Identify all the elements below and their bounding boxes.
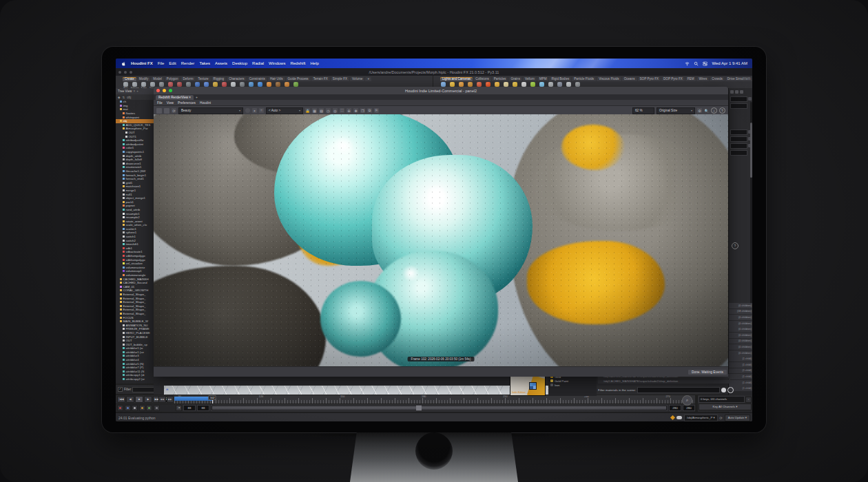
range-end-field[interactable]: 280 <box>669 405 681 411</box>
close-tab-icon[interactable]: × <box>133 90 135 93</box>
shelf-tool-icon[interactable] <box>158 82 165 87</box>
shelf-tab-mpm[interactable]: MPM <box>537 77 549 81</box>
shelf-tab-terrain-fx[interactable]: Terrain FX <box>311 77 330 81</box>
shelf-tab-dop-pyro-fx[interactable]: DOP Pyro FX <box>661 77 685 81</box>
rv-menu-view[interactable]: View <box>167 101 174 105</box>
menu-item-file[interactable]: File <box>158 61 165 65</box>
rv-menu-preferences[interactable]: Preferences <box>178 101 196 105</box>
shelf-tool-icon[interactable] <box>167 82 174 87</box>
message-log-icon[interactable] <box>676 416 682 419</box>
shelf-tab-volume[interactable]: Volume <box>350 77 364 81</box>
auto-update-select[interactable]: Auto Update ▾ <box>725 415 750 421</box>
shelf-tool-icon[interactable] <box>566 82 572 87</box>
close-snapshot-icon[interactable]: × <box>252 108 257 113</box>
pin-icon[interactable]: ◆ <box>118 96 120 99</box>
children-count-row[interactable]: (1 child) <box>729 380 752 386</box>
shelf-tool-icon[interactable] <box>476 82 482 87</box>
channel-editor-strip[interactable]: ⊞ Indie Edition <box>164 386 548 395</box>
resize-icon[interactable]: ✥ <box>353 108 358 113</box>
gear-icon[interactable]: ⚙ <box>697 108 702 113</box>
global-end-field[interactable]: 280 <box>683 405 695 411</box>
menu-item-render[interactable]: Render <box>181 61 195 65</box>
lock-icon[interactable]: 🔒 <box>305 108 310 113</box>
shelf-tool-icon[interactable] <box>494 82 500 87</box>
current-node-field[interactable]: /obj/Atmospheric_P ▾ <box>684 415 718 421</box>
menu-item-windows[interactable]: Windows <box>269 61 285 65</box>
children-count-row[interactable]: (0 children) <box>729 326 752 332</box>
apple-icon[interactable] <box>121 61 126 66</box>
shop-definition-row[interactable]: /obj/CACHED_MAINSHAPE/svquickshade2/shop… <box>598 379 730 384</box>
realtime-toggle[interactable] <box>132 405 138 411</box>
clock-icon[interactable]: ◷ <box>326 108 331 113</box>
render-pass-select[interactable]: Beauty▾ <box>178 107 243 114</box>
shelf-tool-icon[interactable] <box>230 82 236 87</box>
layers-icon[interactable]: ❐ <box>360 108 365 113</box>
stop-button[interactable]: ■ <box>135 396 143 403</box>
shelf-tab-characters[interactable]: Characters <box>227 77 246 81</box>
menu-item-takes[interactable]: Takes <box>199 61 210 65</box>
shelf-tool-icon[interactable] <box>512 82 518 87</box>
rv-menu-file[interactable]: File <box>157 101 163 105</box>
shelf-tool-icon[interactable] <box>239 82 245 87</box>
shelf-tool-icon[interactable] <box>575 82 581 87</box>
tree-node-attribcopy2-or[interactable]: attribcopy2 (or <box>116 377 154 381</box>
shelf-tool-icon[interactable] <box>539 82 545 87</box>
children-count-row[interactable]: (18 children) <box>729 309 752 315</box>
shelf-tab-wires[interactable]: Wires <box>696 77 709 81</box>
window-corner-buttons[interactable] <box>743 77 750 80</box>
jump-start-button[interactable]: |◀◀ <box>117 396 125 403</box>
display-size-select[interactable]: Original Size▾ <box>657 107 695 114</box>
menu-item-help[interactable]: Help <box>310 61 318 65</box>
menu-item-radial[interactable]: Radial <box>252 61 264 65</box>
shelf-tab-crowds[interactable]: Crowds <box>710 77 725 81</box>
menu-item-assets[interactable]: Assets <box>215 61 227 65</box>
outline-circle-icon[interactable] <box>727 387 734 393</box>
info-icon[interactable]: i <box>711 107 717 114</box>
shelf-tool-icon[interactable] <box>176 82 183 87</box>
shelf-tab-grains[interactable]: Grains <box>508 77 522 81</box>
children-count-row[interactable]: (1 child) <box>729 362 752 368</box>
shelf-tab-vellum[interactable]: Vellum <box>523 77 537 81</box>
wifi-icon[interactable] <box>685 61 690 66</box>
range-start-field[interactable]: 88 <box>197 405 209 411</box>
children-count-row[interactable]: (0 children) <box>729 344 752 350</box>
shelf-tool-icon[interactable] <box>557 82 563 87</box>
side-panel-icons[interactable] <box>729 88 752 95</box>
menu-item-desktop[interactable]: Desktop <box>232 61 247 65</box>
material-iron[interactable]: Iron <box>548 383 597 387</box>
param-field[interactable] <box>730 129 747 135</box>
mplay-icon[interactable] <box>529 382 537 390</box>
shelf-tool-icon[interactable] <box>485 82 491 87</box>
global-start-field[interactable]: 88 <box>183 405 196 411</box>
step-back-button[interactable]: ◀ <box>126 396 134 403</box>
children-count-row[interactable]: (0 children) <box>729 321 752 326</box>
channel-handle-icon[interactable]: ⊞ <box>166 388 168 391</box>
simcache-toggle[interactable] <box>146 405 152 411</box>
shelf-tab-rigging[interactable]: Rigging <box>211 77 227 81</box>
nav-arrows-icon[interactable]: ⇅ <box>122 96 125 99</box>
shelf-tool-icon[interactable] <box>530 82 536 87</box>
timeline-ruler[interactable]: 90120150180210240270 102 <box>174 395 695 404</box>
node-link-icon[interactable] <box>748 97 752 101</box>
refresh-icon[interactable]: ⟳ <box>172 108 176 113</box>
rv-menu-houdini[interactable]: Houdini <box>200 101 211 105</box>
key-all-channels-button[interactable]: Key All Channels ▾ <box>699 404 752 410</box>
shelf-tool-icon[interactable] <box>248 82 254 87</box>
menu-item-houdini-fx[interactable]: Houdini FX <box>131 61 153 65</box>
children-count-row[interactable]: (0 children) <box>729 339 752 344</box>
checker-icon[interactable]: ▨ <box>319 108 324 113</box>
crop-icon[interactable]: ⌗ <box>259 108 264 113</box>
shelf-tab-+[interactable]: + <box>365 77 371 81</box>
shelf-tab-viscous-fluids[interactable]: Viscous Fluids <box>597 77 621 81</box>
add-key-icon[interactable]: + <box>745 397 752 403</box>
shelf-tool-icon[interactable] <box>203 82 209 87</box>
shelf-tab-polygon[interactable]: Polygon <box>165 77 180 81</box>
shelf-tab-modify[interactable]: Modify <box>137 77 151 81</box>
grid-icon[interactable]: ▦ <box>312 108 317 113</box>
zoom-level-field[interactable]: 62 % <box>632 107 654 114</box>
dopnet-toggle[interactable] <box>154 405 160 411</box>
children-count-row[interactable]: (0 children) <box>729 315 752 320</box>
tree-root-path[interactable]: obj <box>127 96 131 99</box>
shelf-tool-icon[interactable] <box>185 82 192 87</box>
filter-materials-input[interactable] <box>637 387 720 393</box>
